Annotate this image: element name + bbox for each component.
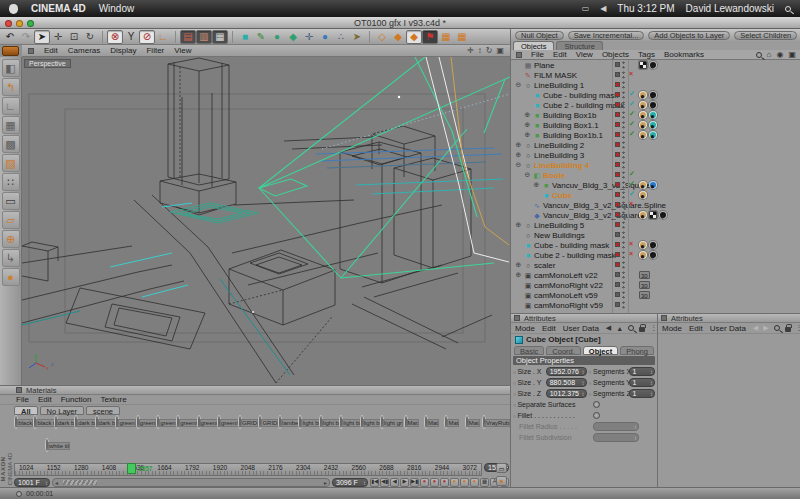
- state-check-green-icon[interactable]: ✓: [629, 130, 635, 138]
- home-icon[interactable]: ⌂: [767, 50, 772, 59]
- record-rotation-button[interactable]: ●: [440, 478, 449, 487]
- record-scale-button[interactable]: ●: [430, 478, 439, 487]
- path-icon[interactable]: ◉: [776, 50, 783, 59]
- layer-color-icon[interactable]: [615, 182, 620, 187]
- marker-flag-icon[interactable]: ⚑: [496, 476, 507, 486]
- menu-item-view[interactable]: View: [576, 50, 593, 59]
- visibility-dots-icon[interactable]: [622, 241, 625, 249]
- visibility-dots-icon[interactable]: [622, 301, 625, 309]
- phong-tag-icon[interactable]: ●: [639, 191, 647, 199]
- materials-panel-handle-icon[interactable]: [16, 387, 22, 393]
- materials-tab-no-layer[interactable]: No Layer: [40, 406, 84, 415]
- toolbar-add-scene-object-icon[interactable]: ●: [317, 30, 333, 44]
- state-check-green-icon[interactable]: ✓: [629, 120, 635, 128]
- menu-item-file[interactable]: File: [531, 50, 544, 59]
- toolbar-add-particles-icon[interactable]: ∴: [333, 30, 349, 44]
- rail-texture-mode-icon[interactable]: ▦: [2, 116, 20, 134]
- toolbar-add-nurbs-icon[interactable]: ●: [269, 30, 285, 44]
- layer-color-icon[interactable]: [615, 242, 620, 247]
- expand-plus-icon[interactable]: ⊕: [514, 261, 523, 269]
- tree-row-vancuv-bldg-3-v2-square-spline[interactable]: ∿Vancuv_Bldg_3_v2_Square.Spline×: [511, 200, 800, 210]
- layer-color-icon[interactable]: [615, 152, 620, 157]
- tree-row-cube-building-mask[interactable]: ■Cube - building mask✓●●: [511, 90, 800, 100]
- end-frame-field[interactable]: 3096 F: [332, 478, 368, 487]
- visibility-dots-icon[interactable]: [622, 81, 625, 89]
- visibility-dots-icon[interactable]: [622, 171, 625, 179]
- material-swatch-dark-bl[interactable]: dark bl: [75, 417, 95, 427]
- sphere-black-tag-icon[interactable]: ●: [649, 241, 657, 249]
- object-name[interactable]: LineBuilding 4: [533, 161, 589, 170]
- visibility-dots-icon[interactable]: [622, 111, 625, 119]
- tree-row-vancuv-bldg-3-v2-square[interactable]: ◆Vancuv_Bldg_3_v2_Square●●: [511, 210, 800, 220]
- goto-start-button[interactable]: ▮◀: [370, 478, 379, 487]
- expand-plus-icon[interactable]: ⊕: [514, 151, 523, 159]
- scroll-left-icon[interactable]: ◂: [55, 479, 58, 487]
- sphere-black-tag-icon[interactable]: ●: [649, 251, 657, 259]
- attributes-panel-handle-icon[interactable]: [514, 315, 520, 321]
- record-parameter-button[interactable]: ●: [450, 478, 459, 487]
- toolbar-add-modeling-icon[interactable]: ◆: [285, 30, 301, 44]
- expand-minus-icon[interactable]: ⊖: [514, 161, 523, 169]
- material-swatch-green[interactable]: green: [157, 417, 177, 427]
- tree-row-linebuilding-4[interactable]: ⊖○LineBuilding 4: [511, 160, 800, 170]
- zoom-window-button[interactable]: [27, 20, 34, 27]
- tree-row-cammonoright-v59[interactable]: ▣camMonoRight v59: [511, 300, 800, 310]
- object-name[interactable]: FILM MASK: [533, 71, 577, 80]
- window-titlebar[interactable]: OT0100 gfx I v93.c4d *: [0, 17, 800, 29]
- cam-tag-icon[interactable]: 30: [639, 271, 650, 279]
- tree-row-cammonoright-v22[interactable]: ▣camMonoRight v2230: [511, 280, 800, 290]
- phong-tag-icon[interactable]: ●: [639, 131, 647, 139]
- null-object-button[interactable]: Null Object: [515, 31, 564, 40]
- layer-color-icon[interactable]: [615, 112, 620, 117]
- visibility-dots-icon[interactable]: [622, 151, 625, 159]
- layer-color-icon[interactable]: [615, 72, 620, 77]
- toolbar-array-b-icon[interactable]: ▦: [454, 30, 470, 44]
- layer-color-icon[interactable]: [615, 172, 620, 177]
- field-size-z-input[interactable]: 1012.375: [546, 389, 587, 398]
- menu-item-objects[interactable]: Objects: [602, 50, 629, 59]
- menu-item-tags[interactable]: Tags: [638, 50, 655, 59]
- state-check-green-icon[interactable]: ✓: [629, 170, 635, 178]
- material-swatch-mat[interactable]: Mat: [401, 417, 421, 427]
- save-incremental-button[interactable]: Save Incremental...: [568, 31, 645, 40]
- menu-item-edit[interactable]: Edit: [689, 324, 703, 333]
- toolbar-render-view-icon[interactable]: ▤: [180, 30, 196, 44]
- toolbar-add-primitive-icon[interactable]: ■: [237, 30, 253, 44]
- material-swatch-lambert[interactable]: lambert: [279, 417, 299, 427]
- cam-tag-icon[interactable]: 30: [639, 291, 650, 299]
- state-x-icon[interactable]: ×: [629, 240, 633, 247]
- checker-tag-icon[interactable]: [639, 61, 647, 69]
- rail-polygons-mode-icon[interactable]: ▱: [2, 211, 20, 229]
- visibility-dots-icon[interactable]: [622, 141, 625, 149]
- object-name[interactable]: Cube - building mask: [542, 91, 618, 100]
- visibility-dots-icon[interactable]: [622, 231, 625, 239]
- tree-row-boole[interactable]: ⊖◧Boole✓: [511, 170, 800, 180]
- object-name[interactable]: camMonoLeft v59: [533, 291, 598, 300]
- object-name[interactable]: Vancuv_Bldg_3_v2_Square: [542, 211, 642, 220]
- object-name[interactable]: LineBuilding 2: [533, 141, 584, 150]
- layer-color-icon[interactable]: [615, 102, 620, 107]
- menu-item-mode[interactable]: Mode: [662, 324, 682, 333]
- menu-item-edit[interactable]: Edit: [553, 50, 567, 59]
- object-name[interactable]: New Buildings: [533, 231, 585, 240]
- visibility-dots-icon[interactable]: [622, 281, 625, 289]
- visibility-dots-icon[interactable]: [622, 221, 625, 229]
- menu-item-texture[interactable]: Texture: [100, 395, 126, 404]
- expand-minus-icon[interactable]: ⊖: [523, 171, 532, 179]
- separate-surfaces-checkbox[interactable]: [593, 401, 600, 408]
- material-swatch-green[interactable]: green: [136, 417, 156, 427]
- menu-item-filter[interactable]: Filter: [146, 46, 164, 55]
- menubar-app-name[interactable]: CINEMA 4D: [31, 3, 86, 14]
- layer-color-icon[interactable]: [615, 302, 620, 307]
- object-name[interactable]: scaler: [533, 261, 555, 270]
- add-objects-to-layer-button[interactable]: Add Objects to Layer: [648, 31, 730, 40]
- timecode-checkbox[interactable]: [16, 491, 22, 497]
- layer-color-icon[interactable]: [615, 212, 620, 217]
- menu-item-mode[interactable]: Mode: [515, 324, 535, 333]
- visibility-dots-icon[interactable]: [622, 161, 625, 169]
- tree-row-building-box1b[interactable]: ⊕■Building Box1b✓●●: [511, 110, 800, 120]
- tab-objects[interactable]: Objects: [513, 41, 554, 50]
- close-window-button[interactable]: [5, 20, 12, 27]
- visibility-dots-icon[interactable]: [622, 261, 625, 269]
- menu-item-user-data[interactable]: User Data: [710, 324, 746, 333]
